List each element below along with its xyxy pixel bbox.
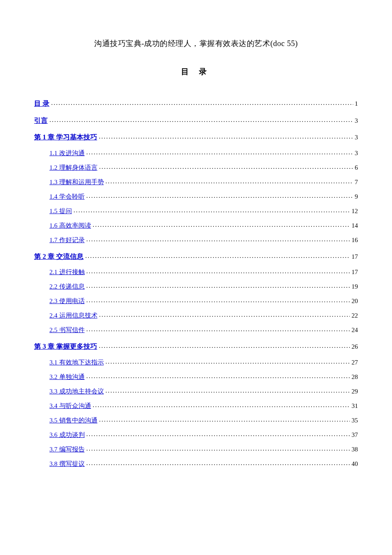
toc-dot-leader [99,309,350,320]
toc-section-entry: 1.6 高效率阅读14 [34,220,358,231]
toc-link[interactable]: 2.4 运用信息技术 [49,310,98,321]
toc-dot-leader [106,176,353,186]
toc-page-number: 26 [352,341,358,352]
toc-section-entry: 2.4 运用信息技术22 [34,310,358,321]
toc-page-number: 7 [355,177,358,187]
toc-page-number: 3 [355,148,358,158]
toc-link[interactable]: 3.8 撰写提议 [49,459,85,469]
toc-dot-leader [93,220,350,230]
toc-dot-leader [86,280,350,291]
toc-link[interactable]: 3.3 成功地主持会议 [49,386,104,396]
toc-dot-leader [86,371,350,381]
toc-dot-leader [86,295,350,305]
toc-page-number: 37 [352,430,358,440]
toc-chapter-entry: 引言3 [34,115,358,126]
toc-link[interactable]: 2.5 书写信件 [49,325,85,335]
document-title: 沟通技巧宝典-成功的经理人，掌握有效表达的艺术(doc 55) [34,38,358,49]
toc-link[interactable]: 3.4 与听众沟通 [49,401,91,411]
toc-link[interactable]: 第 1 章 学习基本技巧 [34,132,97,143]
toc-link[interactable]: 目 录 [34,98,49,109]
toc-link[interactable]: 1.6 高效率阅读 [49,220,91,231]
toc-link[interactable]: 2.3 使用电话 [49,296,85,306]
toc-link[interactable]: 2.1 进行接触 [49,267,85,277]
toc-dot-leader [99,162,353,172]
toc-link[interactable]: 3.6 成功谈判 [49,430,85,440]
toc-page-number: 27 [352,357,358,367]
toc-section-entry: 2.3 使用电话20 [34,296,358,306]
toc-page-number: 17 [352,251,358,262]
toc-dot-leader [86,458,350,468]
toc-section-entry: 3.2 单独沟通28 [34,372,358,382]
toc-section-entry: 3.3 成功地主持会议29 [34,386,358,396]
toc-link[interactable]: 3.2 单独沟通 [49,372,85,382]
toc-link[interactable]: 1.4 学会聆听 [49,191,85,202]
toc-page-number: 1 [355,98,358,109]
toc-link[interactable]: 1.2 理解身体语言 [49,162,98,173]
toc-page-number: 22 [352,310,358,321]
toc-section-entry: 1.4 学会聆听9 [34,191,358,202]
toc-page-number: 14 [352,220,358,231]
toc-section-entry: 3.1 有效地下达指示27 [34,357,358,367]
toc-dot-leader [74,205,350,215]
table-of-contents: 目 录1引言3第 1 章 学习基本技巧31.1 改进沟通31.2 理解身体语言6… [34,98,358,469]
toc-dot-leader [86,234,350,244]
toc-link[interactable]: 3.5 销售中的沟通 [49,415,98,425]
toc-page-number: 38 [352,444,358,454]
toc-subsection-list: 3.1 有效地下达指示273.2 单独沟通283.3 成功地主持会议293.4 … [34,357,358,469]
toc-dot-leader [86,429,350,439]
toc-page-number: 16 [352,235,358,245]
toc-page-number: 17 [352,267,358,277]
toc-chapter-entry: 第 3 章 掌握更多技巧26 [34,341,358,352]
toc-subsection-list: 1.1 改进沟通31.2 理解身体语言61.3 理解和运用手势71.4 学会聆听… [34,148,358,245]
toc-page-number: 35 [352,415,358,425]
toc-page-number: 31 [352,401,358,411]
toc-link[interactable]: 3.7 编写报告 [49,444,85,454]
toc-dot-leader [99,131,353,142]
toc-page-number: 3 [355,116,358,126]
toc-page-number: 9 [355,191,358,202]
toc-section-entry: 2.5 书写信件24 [34,325,358,335]
toc-section-entry: 3.8 撰写提议40 [34,459,358,469]
toc-dot-leader [85,250,350,261]
toc-section-entry: 3.5 销售中的沟通35 [34,415,358,425]
toc-section-entry: 1.5 提问12 [34,206,358,216]
toc-link[interactable]: 1.7 作好记录 [49,235,85,245]
toc-dot-leader [99,340,350,351]
toc-dot-leader [86,443,350,454]
toc-chapter-entry: 第 2 章 交流信息17 [34,251,358,262]
toc-dot-leader [49,114,353,125]
toc-page-number: 19 [352,281,358,292]
toc-page-number: 6 [355,162,358,173]
toc-page-number: 24 [352,325,358,335]
toc-dot-leader [86,191,353,201]
toc-section-entry: 1.1 改进沟通3 [34,148,358,158]
toc-section-entry: 1.2 理解身体语言6 [34,162,358,173]
toc-page-number: 20 [352,296,358,306]
toc-chapter-entry: 第 1 章 学习基本技巧3 [34,132,358,143]
toc-page-number: 3 [355,132,358,142]
toc-link[interactable]: 引言 [34,115,48,126]
toc-dot-leader [51,97,353,108]
toc-section-entry: 1.7 作好记录16 [34,235,358,245]
toc-page-number: 40 [352,459,358,469]
toc-dot-leader [86,266,350,276]
toc-link[interactable]: 1.5 提问 [49,206,72,216]
toc-dot-leader [106,356,350,367]
toc-section-entry: 3.7 编写报告38 [34,444,358,454]
toc-page-number: 12 [352,206,358,216]
toc-subsection-list: 2.1 进行接触172.2 传递信息192.3 使用电话202.4 运用信息技术… [34,267,358,335]
toc-chapter-entry: 目 录1 [34,98,358,109]
toc-dot-leader [86,324,350,334]
toc-dot-leader [99,414,350,425]
toc-link[interactable]: 第 2 章 交流信息 [34,251,84,262]
toc-link[interactable]: 3.1 有效地下达指示 [49,357,104,367]
toc-link[interactable]: 1.3 理解和运用手势 [49,177,104,187]
toc-link[interactable]: 1.1 改进沟通 [49,148,85,158]
toc-section-entry: 3.6 成功谈判37 [34,430,358,440]
toc-page-number: 28 [352,372,358,382]
toc-link[interactable]: 第 3 章 掌握更多技巧 [34,341,97,352]
toc-section-entry: 3.4 与听众沟通31 [34,401,358,411]
toc-heading: 目 录 [34,66,358,77]
toc-link[interactable]: 2.2 传递信息 [49,281,85,292]
toc-dot-leader [106,385,350,396]
